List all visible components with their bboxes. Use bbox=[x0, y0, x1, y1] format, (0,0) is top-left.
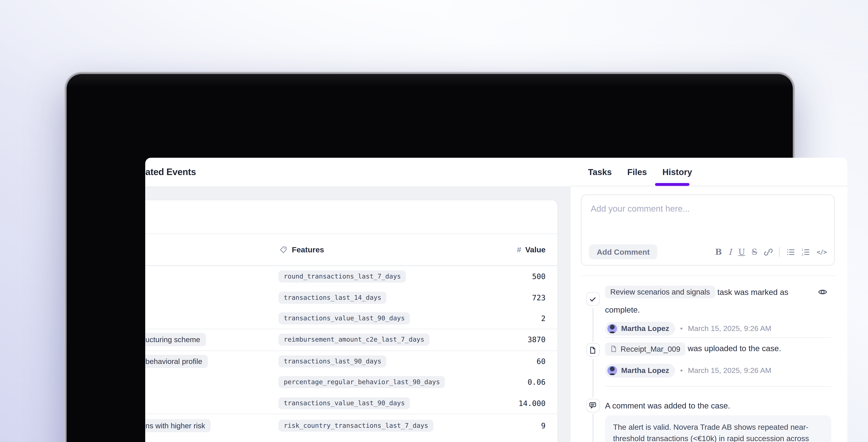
bullet-list-icon[interactable] bbox=[786, 248, 795, 256]
feature-chip: reimbursement_amount_c2e_last_7_days bbox=[279, 334, 430, 346]
history-entry-author: Martha Lopez • March 15, 2025, 9:26 AM bbox=[605, 364, 831, 377]
comment-input[interactable]: Add your comment here... bbox=[591, 203, 690, 213]
timeline-connector bbox=[592, 308, 593, 342]
feature-value: 2 bbox=[541, 314, 546, 323]
tab-tasks[interactable]: Tasks bbox=[588, 167, 612, 176]
toolbar-separator bbox=[779, 247, 780, 257]
feature-chip: transactions_value_last_90_days bbox=[279, 397, 410, 409]
underline-icon[interactable]: U bbox=[738, 248, 745, 256]
active-tab-indicator bbox=[655, 183, 690, 186]
features-table-header: Features # Value bbox=[145, 234, 558, 266]
timeline-connector bbox=[592, 413, 593, 442]
code-icon[interactable]: </> bbox=[816, 248, 827, 255]
composer-toolbar: Add Comment B I U S bbox=[589, 244, 827, 260]
table-row: ns with higher risk risk_country_transac… bbox=[145, 414, 558, 437]
comment-composer[interactable]: Add your comment here... Add Comment B I… bbox=[581, 194, 835, 266]
page-title: ated Events bbox=[145, 167, 196, 177]
dot-separator: • bbox=[680, 366, 683, 375]
author-pill: Martha Lopez bbox=[605, 364, 675, 377]
features-column-header: Features bbox=[280, 234, 324, 265]
feature-chip: transactions_last_14_days bbox=[279, 292, 386, 304]
italic-icon[interactable]: I bbox=[728, 248, 732, 256]
app-window: ated Events bbox=[145, 158, 847, 442]
history-entry-text: was uploaded to the case. bbox=[688, 344, 781, 353]
file-icon bbox=[586, 343, 600, 357]
table-row: transactions_value_last_90_days 2 bbox=[145, 308, 558, 329]
events-panel-header: ated Events bbox=[145, 158, 571, 187]
laptop-frame: ated Events bbox=[67, 74, 793, 442]
strikethrough-icon[interactable]: S bbox=[752, 248, 757, 256]
eye-icon[interactable] bbox=[818, 287, 827, 296]
scenario-label-chip: behavioral profile bbox=[145, 355, 208, 368]
svg-text:1: 1 bbox=[802, 248, 803, 251]
history-entry-comment-title: A comment was added to the case. bbox=[605, 401, 831, 410]
entry-divider bbox=[605, 337, 831, 338]
dot-separator: • bbox=[680, 324, 683, 333]
table-row: round_transactions_last_7_days 500 bbox=[145, 266, 558, 287]
history-entry-author: Martha Lopez • March 15, 2025, 9:26 AM bbox=[605, 322, 831, 336]
timeline-connector bbox=[592, 359, 593, 398]
feature-value: 3870 bbox=[528, 336, 546, 344]
feature-value: 500 bbox=[532, 272, 546, 281]
tag-icon bbox=[280, 246, 287, 253]
timestamp: March 15, 2025, 9:26 AM bbox=[688, 366, 771, 375]
scenario-group: round_transactions_last_7_days 500 trans… bbox=[145, 266, 558, 329]
scenario-label-chip: ns with higher risk bbox=[145, 419, 211, 432]
timestamp: March 15, 2025, 9:26 AM bbox=[688, 324, 771, 333]
feature-chip: transactions_last_90_days bbox=[279, 355, 386, 367]
file-chip[interactable]: Receipt_Mar_009 bbox=[605, 342, 685, 355]
scenario-group: behavioral profile transactions_last_90_… bbox=[145, 350, 558, 413]
history-entry-file: Receipt_Mar_009 was uploaded to the case… bbox=[605, 342, 831, 355]
composer-divider bbox=[581, 275, 836, 276]
avatar bbox=[608, 324, 617, 334]
table-row: percentage_regular_behavior_last_90_days… bbox=[145, 372, 558, 393]
table-row: transactions_value_last_90_days 14.000 bbox=[145, 393, 558, 413]
feature-value: 9 bbox=[541, 421, 546, 430]
hash-icon: # bbox=[517, 245, 521, 254]
feature-value: 0.06 bbox=[528, 378, 546, 386]
side-panel-tabs: Tasks Files History bbox=[571, 158, 847, 186]
bold-icon[interactable]: B bbox=[715, 248, 722, 256]
entry-divider bbox=[605, 386, 831, 387]
feature-chip: transactions_value_last_90_days bbox=[279, 312, 410, 325]
history-entry-task: Review scenarios and signals task was ma… bbox=[605, 283, 818, 319]
svg-text:2: 2 bbox=[802, 253, 803, 256]
features-card: Features # Value round_transactions bbox=[145, 200, 558, 442]
feature-value: 723 bbox=[532, 293, 546, 302]
value-column-header: # Value bbox=[517, 234, 546, 265]
feature-value: 60 bbox=[536, 357, 546, 366]
feature-chip: risk_country_transactions_last_7_days bbox=[279, 419, 433, 432]
avatar bbox=[608, 366, 617, 375]
table-row: ucturing scheme reimbursement_amount_c2e… bbox=[145, 330, 558, 350]
add-comment-button[interactable]: Add Comment bbox=[589, 244, 657, 260]
formatting-toolbar: B I U S bbox=[715, 247, 827, 257]
events-panel: ated Events bbox=[145, 158, 571, 442]
tab-files[interactable]: Files bbox=[627, 167, 647, 176]
table-row: risk_country_value_30_days 4.800 bbox=[145, 437, 558, 442]
feature-chip: round_transactions_last_7_days bbox=[279, 271, 406, 283]
comment-body: The alert is valid. Novera Trade AB show… bbox=[605, 415, 831, 442]
tab-history[interactable]: History bbox=[662, 167, 692, 176]
task-complete-check-icon bbox=[586, 292, 600, 306]
comment-bubble-icon bbox=[586, 399, 600, 412]
desktop-background: ated Events bbox=[0, 0, 868, 442]
table-row: transactions_last_14_days 723 bbox=[145, 287, 558, 308]
scenario-label-chip: ucturing scheme bbox=[145, 333, 206, 346]
ordered-list-icon[interactable]: 1 2 bbox=[801, 248, 810, 256]
events-panel-body: Features # Value round_transactions bbox=[145, 187, 571, 442]
author-pill: Martha Lopez bbox=[605, 322, 675, 336]
link-icon[interactable] bbox=[764, 248, 772, 256]
feature-value: 14.000 bbox=[519, 399, 546, 407]
case-side-panel: Tasks Files History Add your comment her… bbox=[571, 158, 847, 442]
task-chip[interactable]: Review scenarios and signals bbox=[605, 286, 715, 298]
features-card-header bbox=[145, 200, 558, 234]
scenario-group: ucturing scheme reimbursement_amount_c2e… bbox=[145, 329, 558, 350]
feature-chip: percentage_regular_behavior_last_90_days bbox=[279, 376, 445, 388]
table-row: behavioral profile transactions_last_90_… bbox=[145, 351, 558, 372]
scenario-group: ns with higher risk risk_country_transac… bbox=[145, 413, 558, 442]
